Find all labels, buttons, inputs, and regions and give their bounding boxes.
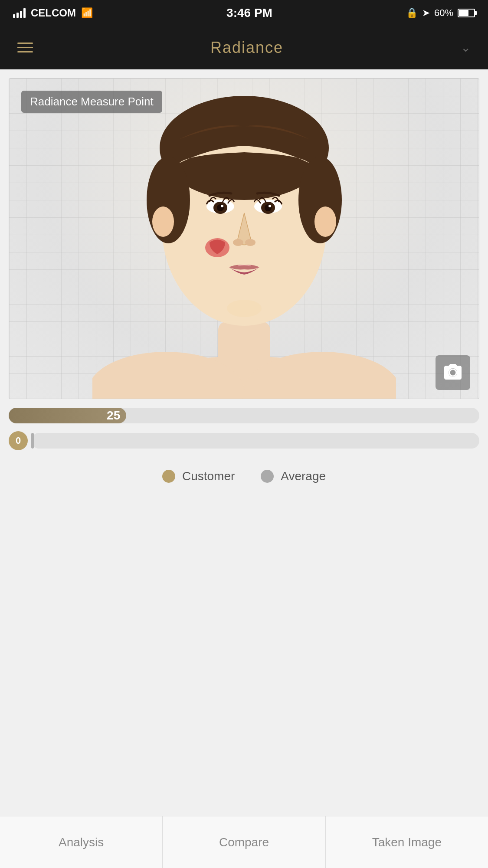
sliders-section: 25 0 [9,399,479,462]
average-slider-value: 0 [16,435,21,446]
legend: Customer Average [9,462,479,492]
status-right: 🔒 ➤ 60% [406,7,475,19]
svg-point-11 [221,205,223,207]
svg-point-16 [233,239,243,246]
average-legend-dot [261,470,274,483]
customer-slider-track[interactable]: 25 [9,408,479,423]
average-slider-fill [31,433,34,449]
customer-legend-label: Customer [182,469,235,483]
average-slider-track[interactable] [31,433,479,449]
location-icon: ➤ [422,7,430,19]
battery-percent: 60% [434,7,453,19]
tab-taken-image[interactable]: Taken Image [326,816,488,868]
face-illustration [92,79,396,399]
camera-button[interactable] [436,355,470,390]
wifi-icon: 📶 [81,7,93,19]
average-slider-row: 0 [9,431,479,450]
nav-bar: Radiance ⌄ [0,26,488,69]
customer-slider-value: 25 [107,409,120,423]
customer-legend-dot [162,470,175,483]
page-title: Radiance [210,39,283,57]
svg-point-15 [269,205,271,207]
tab-bar: Analysis Compare Taken Image [0,816,488,868]
svg-point-17 [245,239,255,246]
status-left: CELCOM 📶 [13,7,93,19]
tab-compare[interactable]: Compare [163,816,325,868]
camera-icon [442,362,463,383]
svg-point-20 [314,206,336,237]
carrier-name: CELCOM [31,7,76,19]
tab-analysis[interactable]: Analysis [0,816,163,868]
empty-content-area [9,492,479,868]
average-legend-item: Average [261,469,326,483]
customer-slider-row: 25 [9,408,479,423]
customer-legend-item: Customer [162,469,235,483]
signal-bars-icon [13,8,26,18]
average-slider-thumb: 0 [9,431,28,450]
svg-point-21 [227,300,262,317]
average-legend-label: Average [281,469,326,483]
menu-button[interactable] [17,43,33,52]
lock-icon: 🔒 [406,7,418,19]
face-panel: Radiance Measure Point [9,78,479,399]
measure-point-label: Radiance Measure Point [21,91,162,113]
main-content: Radiance Measure Point [0,69,488,868]
status-bar: CELCOM 📶 3:46 PM 🔒 ➤ 60% [0,0,488,26]
svg-point-19 [152,206,174,237]
customer-slider-fill: 25 [9,408,126,423]
battery-icon [458,9,475,17]
chevron-down-icon[interactable]: ⌄ [461,40,471,55]
status-time: 3:46 PM [226,6,272,20]
